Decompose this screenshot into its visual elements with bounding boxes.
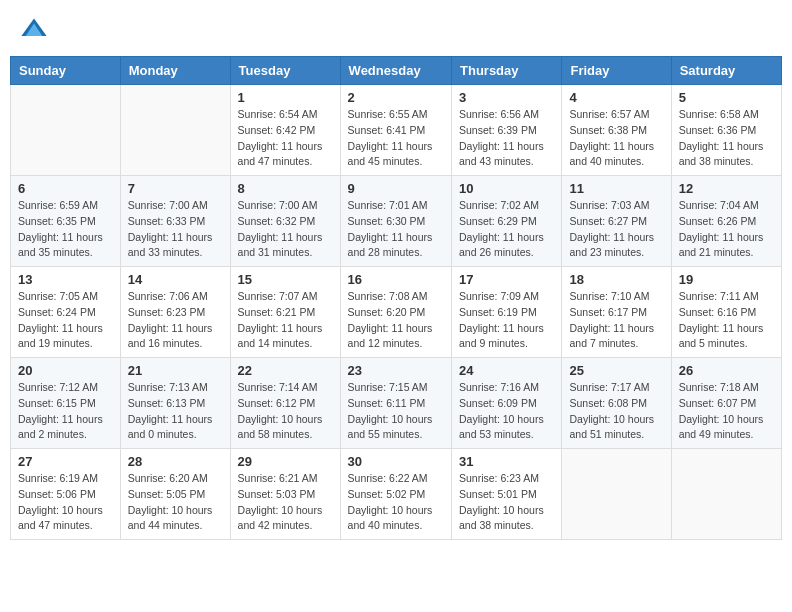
calendar-cell: 3Sunrise: 6:56 AMSunset: 6:39 PMDaylight… <box>452 85 562 176</box>
day-info: Sunrise: 7:01 AMSunset: 6:30 PMDaylight:… <box>348 198 444 261</box>
day-info: Sunrise: 6:58 AMSunset: 6:36 PMDaylight:… <box>679 107 774 170</box>
day-number: 17 <box>459 272 554 287</box>
day-info: Sunrise: 6:54 AMSunset: 6:42 PMDaylight:… <box>238 107 333 170</box>
weekday-header: Tuesday <box>230 57 340 85</box>
day-info: Sunrise: 7:13 AMSunset: 6:13 PMDaylight:… <box>128 380 223 443</box>
day-number: 19 <box>679 272 774 287</box>
calendar-header-row: SundayMondayTuesdayWednesdayThursdayFrid… <box>11 57 782 85</box>
weekday-header: Friday <box>562 57 671 85</box>
day-number: 4 <box>569 90 663 105</box>
day-info: Sunrise: 6:59 AMSunset: 6:35 PMDaylight:… <box>18 198 113 261</box>
calendar-cell: 22Sunrise: 7:14 AMSunset: 6:12 PMDayligh… <box>230 358 340 449</box>
calendar-week-row: 27Sunrise: 6:19 AMSunset: 5:06 PMDayligh… <box>11 449 782 540</box>
logo <box>20 15 52 43</box>
weekday-header: Saturday <box>671 57 781 85</box>
day-number: 10 <box>459 181 554 196</box>
day-info: Sunrise: 7:11 AMSunset: 6:16 PMDaylight:… <box>679 289 774 352</box>
day-info: Sunrise: 7:09 AMSunset: 6:19 PMDaylight:… <box>459 289 554 352</box>
day-info: Sunrise: 7:00 AMSunset: 6:33 PMDaylight:… <box>128 198 223 261</box>
weekday-header: Sunday <box>11 57 121 85</box>
weekday-header: Monday <box>120 57 230 85</box>
calendar-cell: 4Sunrise: 6:57 AMSunset: 6:38 PMDaylight… <box>562 85 671 176</box>
day-info: Sunrise: 6:19 AMSunset: 5:06 PMDaylight:… <box>18 471 113 534</box>
day-info: Sunrise: 6:56 AMSunset: 6:39 PMDaylight:… <box>459 107 554 170</box>
day-number: 1 <box>238 90 333 105</box>
day-info: Sunrise: 6:22 AMSunset: 5:02 PMDaylight:… <box>348 471 444 534</box>
day-number: 29 <box>238 454 333 469</box>
day-number: 8 <box>238 181 333 196</box>
calendar-cell: 1Sunrise: 6:54 AMSunset: 6:42 PMDaylight… <box>230 85 340 176</box>
day-number: 15 <box>238 272 333 287</box>
day-info: Sunrise: 7:14 AMSunset: 6:12 PMDaylight:… <box>238 380 333 443</box>
calendar-cell: 12Sunrise: 7:04 AMSunset: 6:26 PMDayligh… <box>671 176 781 267</box>
weekday-header: Thursday <box>452 57 562 85</box>
calendar-cell: 14Sunrise: 7:06 AMSunset: 6:23 PMDayligh… <box>120 267 230 358</box>
calendar-cell: 5Sunrise: 6:58 AMSunset: 6:36 PMDaylight… <box>671 85 781 176</box>
calendar-cell: 26Sunrise: 7:18 AMSunset: 6:07 PMDayligh… <box>671 358 781 449</box>
calendar-cell: 7Sunrise: 7:00 AMSunset: 6:33 PMDaylight… <box>120 176 230 267</box>
day-number: 22 <box>238 363 333 378</box>
day-number: 13 <box>18 272 113 287</box>
calendar-cell: 6Sunrise: 6:59 AMSunset: 6:35 PMDaylight… <box>11 176 121 267</box>
calendar-cell <box>11 85 121 176</box>
day-number: 18 <box>569 272 663 287</box>
calendar-week-row: 13Sunrise: 7:05 AMSunset: 6:24 PMDayligh… <box>11 267 782 358</box>
day-info: Sunrise: 7:16 AMSunset: 6:09 PMDaylight:… <box>459 380 554 443</box>
day-number: 16 <box>348 272 444 287</box>
day-info: Sunrise: 7:05 AMSunset: 6:24 PMDaylight:… <box>18 289 113 352</box>
day-info: Sunrise: 6:23 AMSunset: 5:01 PMDaylight:… <box>459 471 554 534</box>
calendar-cell: 18Sunrise: 7:10 AMSunset: 6:17 PMDayligh… <box>562 267 671 358</box>
calendar-cell: 23Sunrise: 7:15 AMSunset: 6:11 PMDayligh… <box>340 358 451 449</box>
day-info: Sunrise: 7:18 AMSunset: 6:07 PMDaylight:… <box>679 380 774 443</box>
day-number: 5 <box>679 90 774 105</box>
day-number: 7 <box>128 181 223 196</box>
day-number: 9 <box>348 181 444 196</box>
calendar-cell: 10Sunrise: 7:02 AMSunset: 6:29 PMDayligh… <box>452 176 562 267</box>
day-info: Sunrise: 7:06 AMSunset: 6:23 PMDaylight:… <box>128 289 223 352</box>
calendar-cell: 16Sunrise: 7:08 AMSunset: 6:20 PMDayligh… <box>340 267 451 358</box>
calendar-cell: 27Sunrise: 6:19 AMSunset: 5:06 PMDayligh… <box>11 449 121 540</box>
day-number: 24 <box>459 363 554 378</box>
day-number: 14 <box>128 272 223 287</box>
calendar-week-row: 6Sunrise: 6:59 AMSunset: 6:35 PMDaylight… <box>11 176 782 267</box>
day-info: Sunrise: 6:55 AMSunset: 6:41 PMDaylight:… <box>348 107 444 170</box>
calendar-cell: 9Sunrise: 7:01 AMSunset: 6:30 PMDaylight… <box>340 176 451 267</box>
calendar-cell: 8Sunrise: 7:00 AMSunset: 6:32 PMDaylight… <box>230 176 340 267</box>
calendar-cell: 25Sunrise: 7:17 AMSunset: 6:08 PMDayligh… <box>562 358 671 449</box>
calendar-table: SundayMondayTuesdayWednesdayThursdayFrid… <box>10 56 782 540</box>
day-info: Sunrise: 6:57 AMSunset: 6:38 PMDaylight:… <box>569 107 663 170</box>
day-number: 23 <box>348 363 444 378</box>
day-info: Sunrise: 7:10 AMSunset: 6:17 PMDaylight:… <box>569 289 663 352</box>
day-info: Sunrise: 7:04 AMSunset: 6:26 PMDaylight:… <box>679 198 774 261</box>
calendar-cell: 19Sunrise: 7:11 AMSunset: 6:16 PMDayligh… <box>671 267 781 358</box>
day-info: Sunrise: 7:00 AMSunset: 6:32 PMDaylight:… <box>238 198 333 261</box>
calendar-week-row: 20Sunrise: 7:12 AMSunset: 6:15 PMDayligh… <box>11 358 782 449</box>
day-number: 2 <box>348 90 444 105</box>
calendar-cell: 21Sunrise: 7:13 AMSunset: 6:13 PMDayligh… <box>120 358 230 449</box>
calendar-cell: 17Sunrise: 7:09 AMSunset: 6:19 PMDayligh… <box>452 267 562 358</box>
day-info: Sunrise: 6:20 AMSunset: 5:05 PMDaylight:… <box>128 471 223 534</box>
day-info: Sunrise: 7:12 AMSunset: 6:15 PMDaylight:… <box>18 380 113 443</box>
calendar-cell: 31Sunrise: 6:23 AMSunset: 5:01 PMDayligh… <box>452 449 562 540</box>
day-number: 30 <box>348 454 444 469</box>
day-info: Sunrise: 7:03 AMSunset: 6:27 PMDaylight:… <box>569 198 663 261</box>
day-number: 6 <box>18 181 113 196</box>
day-number: 21 <box>128 363 223 378</box>
day-number: 26 <box>679 363 774 378</box>
calendar-cell: 11Sunrise: 7:03 AMSunset: 6:27 PMDayligh… <box>562 176 671 267</box>
day-number: 12 <box>679 181 774 196</box>
page-header <box>10 10 782 48</box>
calendar-cell <box>562 449 671 540</box>
calendar-week-row: 1Sunrise: 6:54 AMSunset: 6:42 PMDaylight… <box>11 85 782 176</box>
day-info: Sunrise: 7:17 AMSunset: 6:08 PMDaylight:… <box>569 380 663 443</box>
day-info: Sunrise: 7:08 AMSunset: 6:20 PMDaylight:… <box>348 289 444 352</box>
day-number: 20 <box>18 363 113 378</box>
calendar-cell: 29Sunrise: 6:21 AMSunset: 5:03 PMDayligh… <box>230 449 340 540</box>
calendar-cell: 24Sunrise: 7:16 AMSunset: 6:09 PMDayligh… <box>452 358 562 449</box>
calendar-cell: 13Sunrise: 7:05 AMSunset: 6:24 PMDayligh… <box>11 267 121 358</box>
calendar-cell <box>671 449 781 540</box>
day-info: Sunrise: 7:02 AMSunset: 6:29 PMDaylight:… <box>459 198 554 261</box>
day-number: 25 <box>569 363 663 378</box>
calendar-cell: 2Sunrise: 6:55 AMSunset: 6:41 PMDaylight… <box>340 85 451 176</box>
weekday-header: Wednesday <box>340 57 451 85</box>
